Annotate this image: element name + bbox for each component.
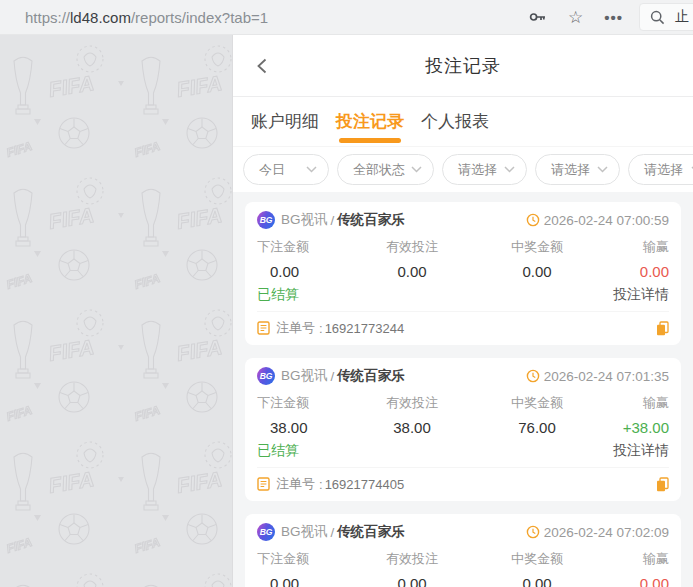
bet-record-card: BG BG视讯 / 传统百家乐 2026-02-24 07:01:35 下注金额… (245, 358, 681, 501)
win-loss: 0.00 (640, 263, 669, 280)
url-scheme: https:// (25, 9, 70, 26)
tab-personal-report[interactable]: 个人报表 (421, 97, 489, 146)
order-number: 16921774405 (325, 477, 405, 492)
active-tab-underline (339, 138, 401, 143)
win-loss: +38.00 (623, 419, 669, 436)
field-label: 有效投注 (386, 550, 438, 568)
field-label: 有效投注 (386, 394, 438, 412)
valid-bet: 0.00 (397, 575, 426, 587)
filter-select-dropdown-2[interactable]: 请选择 (535, 154, 620, 185)
field-label: 下注金额 (257, 550, 309, 568)
bet-record-card: BG BG视讯 / 传统百家乐 2026-02-24 07:02:09 下注金额… (245, 514, 681, 587)
field-label: 输赢 (643, 394, 669, 412)
separator: / (331, 369, 335, 384)
provider-logo: BG (257, 367, 275, 385)
clock-icon (526, 369, 540, 383)
fifa-soccer-pattern: FIFA FIFA (0, 35, 232, 587)
field-label: 中奖金额 (511, 394, 563, 412)
url-path: /reports/index?tab=1 (131, 9, 268, 26)
field-label: 输赢 (643, 550, 669, 568)
order-number: 16921773244 (325, 321, 405, 336)
win-amount: 0.00 (522, 575, 551, 587)
field-label: 下注金额 (257, 394, 309, 412)
bet-amount: 0.00 (257, 575, 299, 587)
bet-detail-link[interactable]: 投注详情 (613, 286, 669, 304)
tab-bet-records[interactable]: 投注记录 (336, 97, 404, 146)
bet-amount: 0.00 (257, 263, 299, 280)
bet-record-card: BG BG视讯 / 传统百家乐 2026-02-24 07:00:59 下注金额… (245, 202, 681, 345)
url-host: ld48.com (70, 9, 131, 26)
record-list: BG BG视讯 / 传统百家乐 2026-02-24 07:00:59 下注金额… (233, 192, 693, 587)
order-label: 注单号 (276, 319, 315, 337)
filter-select-dropdown-3[interactable]: 请选择 (628, 154, 693, 185)
copy-icon[interactable] (656, 477, 669, 492)
colon: : (319, 477, 323, 492)
game-name: 传统百家乐 (337, 211, 405, 229)
provider-name: BG视讯 (281, 367, 328, 385)
bet-records-panel: 投注记录 账户明细 投注记录 个人报表 今日 全部状态 请选择 请选择 请选择 … (233, 35, 693, 587)
field-label: 中奖金额 (511, 550, 563, 568)
browser-menu-icon[interactable]: ••• (604, 10, 623, 25)
clock-icon (526, 525, 540, 539)
field-label: 下注金额 (257, 238, 309, 256)
win-amount: 76.00 (518, 419, 556, 436)
field-label: 输赢 (643, 238, 669, 256)
filter-label: 请选择 (551, 161, 590, 179)
status-badge: 已结算 (257, 442, 299, 460)
filter-bar: 今日 全部状态 请选择 请选择 请选择 (233, 147, 693, 192)
colon: : (319, 321, 323, 336)
key-icon[interactable] (529, 9, 547, 25)
win-amount: 0.00 (522, 263, 551, 280)
filter-label: 今日 (259, 161, 285, 179)
filter-select-dropdown-1[interactable]: 请选择 (442, 154, 527, 185)
valid-bet: 38.00 (393, 419, 431, 436)
bet-amount: 38.00 (257, 419, 308, 436)
page-header: 投注记录 (233, 35, 693, 97)
url-text[interactable]: https://ld48.com/reports/index?tab=1 (25, 9, 529, 26)
bet-time: 2026-02-24 07:02:09 (544, 525, 669, 540)
separator: / (331, 525, 335, 540)
bookmark-star-icon[interactable]: ☆ (568, 9, 583, 26)
search-icon (650, 10, 665, 25)
order-label: 注单号 (276, 475, 315, 493)
browser-address-bar: https://ld48.com/reports/index?tab=1 ☆ •… (0, 0, 693, 35)
provider-logo: BG (257, 211, 275, 229)
game-name: 传统百家乐 (337, 523, 405, 541)
tab-bar: 账户明细 投注记录 个人报表 (233, 97, 693, 147)
receipt-icon (257, 477, 270, 491)
filter-label: 请选择 (458, 161, 497, 179)
bet-time: 2026-02-24 07:00:59 (544, 213, 669, 228)
back-button[interactable] (251, 54, 275, 78)
bet-detail-link[interactable]: 投注详情 (613, 442, 669, 460)
separator: / (331, 213, 335, 228)
bet-time: 2026-02-24 07:01:35 (544, 369, 669, 384)
field-label: 中奖金额 (511, 238, 563, 256)
find-text: 止 (675, 8, 689, 26)
provider-name: BG视讯 (281, 211, 328, 229)
game-name: 传统百家乐 (337, 367, 405, 385)
filter-date-dropdown[interactable]: 今日 (243, 154, 329, 185)
field-label: 有效投注 (386, 238, 438, 256)
find-in-page-box[interactable]: 止 (639, 3, 693, 31)
receipt-icon (257, 321, 270, 335)
tab-account-details[interactable]: 账户明细 (251, 97, 319, 146)
background-watermark-pane: FIFA FIFA (0, 35, 233, 587)
filter-label: 全部状态 (353, 161, 405, 179)
win-loss: 0.00 (640, 575, 669, 587)
filter-label: 请选择 (644, 161, 683, 179)
filter-status-dropdown[interactable]: 全部状态 (337, 154, 434, 185)
copy-icon[interactable] (656, 321, 669, 336)
status-badge: 已结算 (257, 286, 299, 304)
provider-name: BG视讯 (281, 523, 328, 541)
clock-icon (526, 213, 540, 227)
valid-bet: 0.00 (397, 263, 426, 280)
page-title: 投注记录 (425, 54, 501, 78)
tab-label: 投注记录 (336, 110, 404, 133)
provider-logo: BG (257, 523, 275, 541)
